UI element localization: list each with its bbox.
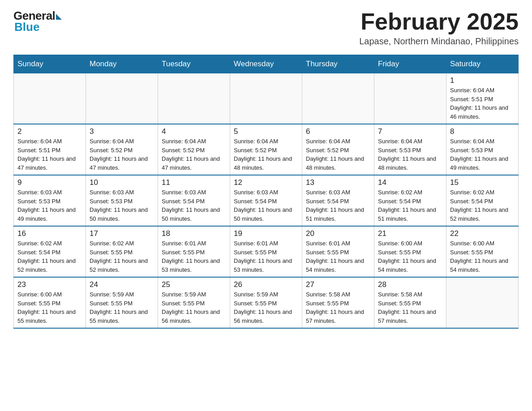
calendar-day-cell [302,73,374,124]
day-info: Sunrise: 6:04 AMSunset: 5:53 PMDaylight:… [450,137,515,172]
calendar-day-cell: 3Sunrise: 6:04 AMSunset: 5:52 PMDaylight… [86,124,158,175]
day-info: Sunrise: 6:03 AMSunset: 5:53 PMDaylight:… [17,188,82,223]
calendar-day-cell: 15Sunrise: 6:02 AMSunset: 5:54 PMDayligh… [446,175,519,226]
location-text: Lapase, Northern Mindanao, Philippines [359,36,519,47]
day-number: 19 [234,229,298,238]
calendar-week-row: 16Sunrise: 6:02 AMSunset: 5:54 PMDayligh… [14,226,519,277]
day-number: 22 [450,229,515,238]
calendar-day-cell: 2Sunrise: 6:04 AMSunset: 5:51 PMDaylight… [14,124,86,175]
calendar-day-cell: 1Sunrise: 6:04 AMSunset: 5:51 PMDaylight… [446,73,519,124]
logo-arrow-icon [56,14,62,20]
weekday-header-tuesday: Tuesday [158,55,230,73]
day-info: Sunrise: 6:01 AMSunset: 5:55 PMDaylight:… [162,239,226,274]
weekday-header-thursday: Thursday [302,55,374,73]
day-number: 12 [234,178,298,187]
calendar-day-cell: 4Sunrise: 6:04 AMSunset: 5:52 PMDaylight… [158,124,230,175]
day-number: 14 [378,178,442,187]
day-number: 13 [306,178,370,187]
calendar-day-cell: 16Sunrise: 6:02 AMSunset: 5:54 PMDayligh… [14,226,86,277]
calendar-day-cell: 27Sunrise: 5:58 AMSunset: 5:55 PMDayligh… [302,277,374,328]
day-number: 18 [162,229,226,238]
weekday-header-friday: Friday [374,55,446,73]
day-number: 6 [306,127,370,136]
calendar-day-cell: 18Sunrise: 6:01 AMSunset: 5:55 PMDayligh… [158,226,230,277]
day-number: 11 [162,178,226,187]
day-info: Sunrise: 5:59 AMSunset: 5:55 PMDaylight:… [234,290,298,325]
day-info: Sunrise: 6:03 AMSunset: 5:54 PMDaylight:… [234,188,298,223]
day-number: 8 [450,127,515,136]
day-number: 3 [90,127,154,136]
calendar-day-cell: 9Sunrise: 6:03 AMSunset: 5:53 PMDaylight… [14,175,86,226]
calendar-table: SundayMondayTuesdayWednesdayThursdayFrid… [13,55,519,329]
calendar-day-cell: 28Sunrise: 5:58 AMSunset: 5:55 PMDayligh… [374,277,446,328]
calendar-week-row: 1Sunrise: 6:04 AMSunset: 5:51 PMDaylight… [14,73,519,124]
day-number: 9 [17,178,82,187]
calendar-day-cell: 23Sunrise: 6:00 AMSunset: 5:55 PMDayligh… [14,277,86,328]
logo: General Blue [13,9,62,34]
month-title: February 2025 [359,9,519,34]
day-info: Sunrise: 6:04 AMSunset: 5:53 PMDaylight:… [378,137,442,172]
day-number: 28 [378,280,442,289]
calendar-day-cell: 24Sunrise: 5:59 AMSunset: 5:55 PMDayligh… [86,277,158,328]
calendar-week-row: 2Sunrise: 6:04 AMSunset: 5:51 PMDaylight… [14,124,519,175]
day-info: Sunrise: 6:03 AMSunset: 5:54 PMDaylight:… [162,188,226,223]
day-info: Sunrise: 6:03 AMSunset: 5:54 PMDaylight:… [306,188,370,223]
day-number: 27 [306,280,370,289]
calendar-day-cell: 8Sunrise: 6:04 AMSunset: 5:53 PMDaylight… [446,124,519,175]
day-number: 24 [90,280,154,289]
title-section: February 2025 Lapase, Northern Mindanao,… [359,9,519,47]
day-number: 15 [450,178,515,187]
day-info: Sunrise: 6:04 AMSunset: 5:51 PMDaylight:… [450,86,515,121]
day-number: 1 [450,76,515,85]
calendar-day-cell [230,73,302,124]
day-number: 25 [162,280,226,289]
day-number: 5 [234,127,298,136]
calendar-week-row: 23Sunrise: 6:00 AMSunset: 5:55 PMDayligh… [14,277,519,328]
day-info: Sunrise: 6:04 AMSunset: 5:52 PMDaylight:… [90,137,154,172]
calendar-day-cell: 7Sunrise: 6:04 AMSunset: 5:53 PMDaylight… [374,124,446,175]
weekday-header-saturday: Saturday [446,55,519,73]
calendar-day-cell [446,277,519,328]
calendar-day-cell [158,73,230,124]
calendar-day-cell: 12Sunrise: 6:03 AMSunset: 5:54 PMDayligh… [230,175,302,226]
page-header: General Blue February 2025 Lapase, North… [13,9,519,47]
day-number: 10 [90,178,154,187]
logo-blue-text: Blue [14,20,39,34]
calendar-day-cell: 21Sunrise: 6:00 AMSunset: 5:55 PMDayligh… [374,226,446,277]
day-number: 17 [90,229,154,238]
calendar-day-cell: 11Sunrise: 6:03 AMSunset: 5:54 PMDayligh… [158,175,230,226]
calendar-day-cell: 13Sunrise: 6:03 AMSunset: 5:54 PMDayligh… [302,175,374,226]
weekday-header-sunday: Sunday [14,55,86,73]
day-number: 23 [17,280,82,289]
day-info: Sunrise: 5:59 AMSunset: 5:55 PMDaylight:… [90,290,154,325]
day-info: Sunrise: 5:59 AMSunset: 5:55 PMDaylight:… [162,290,226,325]
day-number: 21 [378,229,442,238]
day-info: Sunrise: 6:04 AMSunset: 5:52 PMDaylight:… [234,137,298,172]
day-info: Sunrise: 6:00 AMSunset: 5:55 PMDaylight:… [17,290,82,325]
day-info: Sunrise: 6:02 AMSunset: 5:54 PMDaylight:… [378,188,442,223]
weekday-header-row: SundayMondayTuesdayWednesdayThursdayFrid… [14,55,519,73]
day-info: Sunrise: 6:02 AMSunset: 5:54 PMDaylight:… [450,188,515,223]
day-info: Sunrise: 6:04 AMSunset: 5:51 PMDaylight:… [17,137,82,172]
day-info: Sunrise: 6:02 AMSunset: 5:54 PMDaylight:… [17,239,82,274]
day-info: Sunrise: 6:04 AMSunset: 5:52 PMDaylight:… [162,137,226,172]
calendar-day-cell: 19Sunrise: 6:01 AMSunset: 5:55 PMDayligh… [230,226,302,277]
day-number: 26 [234,280,298,289]
day-number: 20 [306,229,370,238]
day-number: 16 [17,229,82,238]
day-info: Sunrise: 6:04 AMSunset: 5:52 PMDaylight:… [306,137,370,172]
calendar-day-cell: 14Sunrise: 6:02 AMSunset: 5:54 PMDayligh… [374,175,446,226]
calendar-day-cell [86,73,158,124]
calendar-week-row: 9Sunrise: 6:03 AMSunset: 5:53 PMDaylight… [14,175,519,226]
day-info: Sunrise: 6:02 AMSunset: 5:55 PMDaylight:… [90,239,154,274]
day-info: Sunrise: 6:01 AMSunset: 5:55 PMDaylight:… [306,239,370,274]
day-number: 4 [162,127,226,136]
day-info: Sunrise: 5:58 AMSunset: 5:55 PMDaylight:… [378,290,442,325]
day-number: 7 [378,127,442,136]
day-info: Sunrise: 5:58 AMSunset: 5:55 PMDaylight:… [306,290,370,325]
calendar-day-cell: 25Sunrise: 5:59 AMSunset: 5:55 PMDayligh… [158,277,230,328]
calendar-day-cell: 26Sunrise: 5:59 AMSunset: 5:55 PMDayligh… [230,277,302,328]
calendar-day-cell: 20Sunrise: 6:01 AMSunset: 5:55 PMDayligh… [302,226,374,277]
weekday-header-wednesday: Wednesday [230,55,302,73]
day-info: Sunrise: 6:01 AMSunset: 5:55 PMDaylight:… [234,239,298,274]
